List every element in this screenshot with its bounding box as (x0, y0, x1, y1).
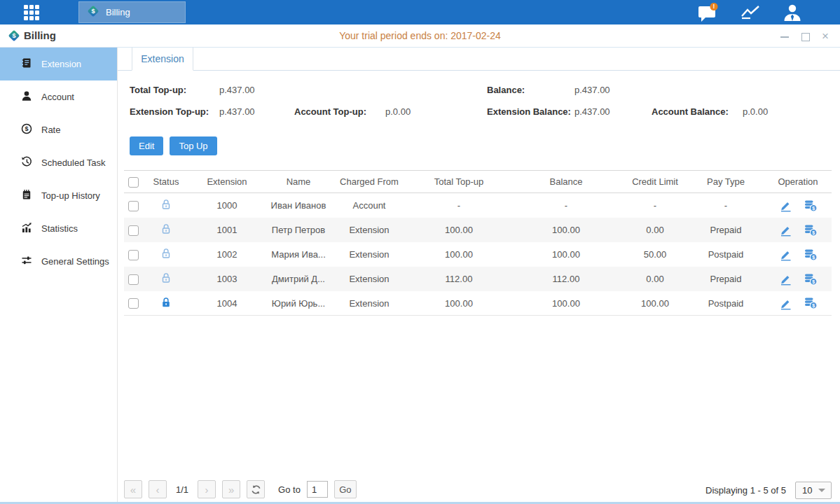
notepad-icon (21, 189, 32, 202)
edit-icon[interactable] (779, 297, 792, 310)
col-operation: Operation (764, 176, 832, 187)
apps-grid-icon[interactable] (23, 4, 40, 21)
col-status: Status (145, 176, 187, 187)
svg-text:$: $ (812, 279, 815, 284)
close-icon[interactable]: × (820, 31, 830, 41)
balance-value: p.437.00 (574, 85, 610, 95)
svg-text:$: $ (91, 8, 95, 15)
total-topup-label: Total Top-up: (130, 85, 186, 95)
refresh-button[interactable] (247, 480, 265, 498)
total-topup-cell: - (408, 200, 509, 211)
go-button[interactable]: Go (334, 480, 357, 498)
status-unlocked-icon[interactable] (160, 272, 172, 286)
status-unlocked-icon[interactable] (160, 247, 172, 262)
row-checkbox[interactable] (128, 298, 139, 309)
total-topup-cell: 100.00 (408, 249, 509, 260)
status-locked-icon[interactable] (160, 296, 172, 311)
table-row: 1003Дмитрий Д...Extension112.00112.000.0… (124, 267, 832, 291)
next-page-button[interactable]: › (198, 480, 216, 498)
sidebar-item-statistics[interactable]: Statistics (0, 212, 117, 245)
refresh-icon (251, 484, 261, 495)
name-cell: Дмитрий Д... (267, 274, 330, 284)
credit-limit-cell: 50.00 (623, 249, 687, 260)
extension-cell: 1002 (187, 249, 267, 260)
row-checkbox[interactable] (128, 274, 139, 285)
col-pay-type: Pay Type (687, 176, 764, 187)
sidebar-item-label: Rate (41, 125, 60, 135)
edit-icon[interactable] (779, 248, 792, 261)
tab-extension[interactable]: Extension (132, 48, 193, 71)
col-name: Name (267, 176, 330, 187)
row-checkbox[interactable] (128, 201, 139, 211)
window-titlebar: $ Billing Your trial period ends on: 201… (0, 24, 840, 48)
sidebar-item-account[interactable]: Account (0, 80, 117, 113)
balance-cell: 112.00 (509, 274, 623, 284)
total-topup-value: p.437.00 (219, 85, 255, 95)
status-unlocked-icon[interactable] (160, 198, 172, 213)
extension-topup-value: p.437.00 (219, 106, 255, 117)
sidebar-item-label: Top-up History (41, 190, 100, 201)
col-credit-limit: Credit Limit (623, 176, 687, 187)
extension-balance-label: Extension Balance: (487, 106, 571, 117)
tab-strip: Extension (118, 48, 840, 71)
charged-from-cell: Extension (330, 249, 408, 260)
edit-icon[interactable] (779, 223, 792, 237)
table-row: 1002Мария Ива...Extension100.00100.0050.… (124, 242, 832, 267)
trial-notice: Your trial period ends on: 2017-02-24 (0, 30, 840, 41)
sidebar-item-general-settings[interactable]: General Settings (0, 245, 117, 278)
svg-text:$: $ (812, 303, 815, 309)
edit-icon[interactable] (779, 199, 792, 212)
taskbar-tab-label: Billing (106, 7, 130, 18)
table-body: 1000Иван ИвановAccount----$1001Петр Петр… (124, 193, 832, 316)
last-page-button[interactable]: » (222, 480, 240, 498)
sidebar-item-scheduled-task[interactable]: Scheduled Task (0, 146, 117, 179)
balance-cell: 100.00 (509, 249, 623, 260)
topup-icon[interactable]: $ (804, 297, 818, 309)
edit-icon[interactable] (779, 272, 792, 286)
sidebar-item-extension[interactable]: Extension (0, 48, 117, 80)
sidebar: Extension Account $ Rate Scheduled T (0, 48, 118, 504)
balance-cell: 100.00 (509, 298, 623, 309)
goto-page-input[interactable] (307, 481, 328, 498)
account-balance-value: p.0.00 (743, 106, 768, 117)
history-clock-icon (21, 156, 32, 169)
prev-page-button[interactable]: ‹ (149, 480, 167, 498)
extension-cell: 1004 (187, 298, 267, 309)
extension-balance-value: p.437.00 (574, 106, 610, 117)
taskbar-tab-billing[interactable]: $ Billing (78, 1, 186, 23)
col-balance: Balance (509, 176, 623, 187)
page-size-select[interactable]: 10 (795, 482, 832, 499)
select-all-checkbox[interactable] (128, 177, 139, 188)
row-checkbox[interactable] (128, 225, 139, 236)
name-cell: Петр Петров (267, 225, 330, 235)
pay-type-cell: Prepaid (687, 274, 764, 284)
row-checkbox[interactable] (128, 250, 139, 260)
topup-icon[interactable]: $ (804, 224, 818, 237)
edit-button[interactable]: Edit (130, 136, 163, 155)
minimize-icon[interactable] (780, 31, 790, 41)
maximize-icon[interactable] (800, 31, 810, 41)
sliders-icon (21, 255, 32, 268)
goto-label: Go to (278, 484, 301, 495)
sidebar-item-topup-history[interactable]: Top-up History (0, 179, 117, 212)
charged-from-cell: Extension (330, 298, 408, 309)
topup-icon[interactable]: $ (804, 200, 818, 212)
topup-icon[interactable]: $ (804, 248, 818, 261)
total-topup-cell: 100.00 (408, 298, 509, 309)
chevron-down-icon (818, 489, 825, 492)
resource-monitor-icon[interactable] (737, 2, 764, 23)
account-topup-label: Account Top-up: (294, 106, 366, 117)
status-unlocked-icon[interactable] (160, 223, 172, 237)
main-content: Extension Total Top-up: p.437.00 Balance… (118, 48, 840, 504)
page-indicator: 1/1 (176, 484, 188, 495)
top-up-button[interactable]: Top Up (170, 136, 216, 155)
topup-icon[interactable]: $ (804, 273, 818, 286)
sidebar-item-rate[interactable]: $ Rate (0, 113, 117, 146)
credit-limit-cell: 0.00 (623, 274, 687, 284)
first-page-button[interactable]: « (124, 480, 142, 498)
total-topup-cell: 112.00 (408, 274, 509, 284)
notifications-icon[interactable]: ! (695, 2, 722, 23)
charged-from-cell: Account (330, 200, 408, 211)
account-balance-label: Account Balance: (652, 106, 729, 117)
user-account-icon[interactable] (779, 2, 806, 23)
